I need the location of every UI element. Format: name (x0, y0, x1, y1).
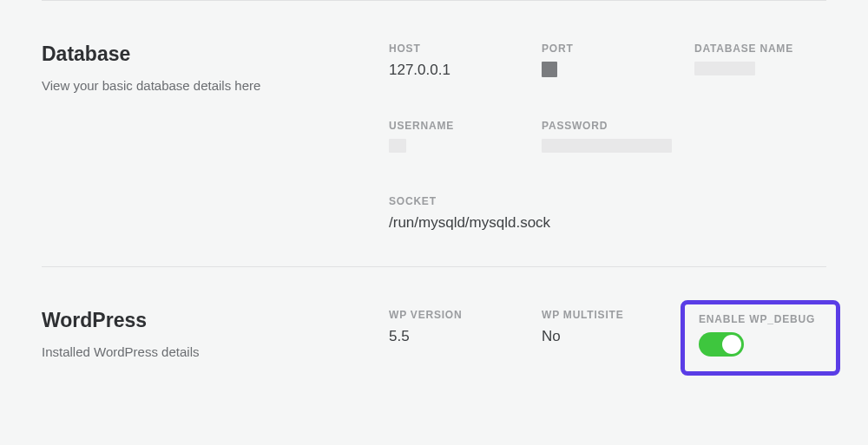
host-value: 127.0.0.1 (389, 62, 521, 79)
host-field: HOST 127.0.0.1 (389, 43, 521, 82)
database-title: Database (42, 43, 389, 66)
username-field: USERNAME (389, 120, 521, 157)
database-name-value (694, 62, 826, 80)
password-field: PASSWORD (542, 120, 674, 157)
toggle-knob-icon (722, 335, 741, 354)
wp-debug-field: ENABLE WP_DEBUG (694, 309, 826, 365)
port-value (542, 62, 674, 82)
wp-version-label: WP VERSION (389, 309, 521, 321)
socket-value: /run/mysqld/mysqld.sock (389, 214, 826, 232)
wp-multisite-label: WP MULTISITE (542, 309, 674, 321)
wordpress-section-header: WordPress Installed WordPress details (42, 309, 389, 365)
wp-multisite-value: No (542, 328, 674, 345)
wp-debug-value (699, 332, 822, 361)
wp-debug-toggle[interactable] (699, 332, 744, 357)
database-section-header: Database View your basic database detail… (42, 43, 389, 232)
wordpress-section: WordPress Installed WordPress details WP… (0, 267, 868, 400)
port-label: PORT (542, 43, 674, 55)
database-fields: HOST 127.0.0.1 PORT DATABASE NAME USERNA… (389, 43, 826, 232)
wp-multisite-field: WP MULTISITE No (542, 309, 674, 365)
wp-version-field: WP VERSION 5.5 (389, 309, 521, 365)
password-value (542, 139, 674, 157)
password-label: PASSWORD (542, 120, 674, 132)
database-description: View your basic database details here (42, 78, 389, 93)
username-label: USERNAME (389, 120, 521, 132)
wp-debug-label: ENABLE WP_DEBUG (699, 313, 822, 325)
host-label: HOST (389, 43, 521, 55)
database-name-label: DATABASE NAME (694, 43, 826, 55)
port-field: PORT (542, 43, 674, 82)
socket-field: SOCKET /run/mysqld/mysqld.sock (389, 195, 826, 232)
database-name-field: DATABASE NAME (694, 43, 826, 82)
wordpress-description: Installed WordPress details (42, 344, 389, 359)
wordpress-fields: WP VERSION 5.5 WP MULTISITE No ENABLE WP… (389, 309, 826, 365)
username-value (389, 139, 521, 157)
wp-version-value: 5.5 (389, 328, 521, 345)
wp-debug-highlight: ENABLE WP_DEBUG (681, 300, 840, 376)
socket-label: SOCKET (389, 195, 826, 207)
wordpress-title: WordPress (42, 309, 389, 332)
database-section: Database View your basic database detail… (0, 1, 868, 266)
